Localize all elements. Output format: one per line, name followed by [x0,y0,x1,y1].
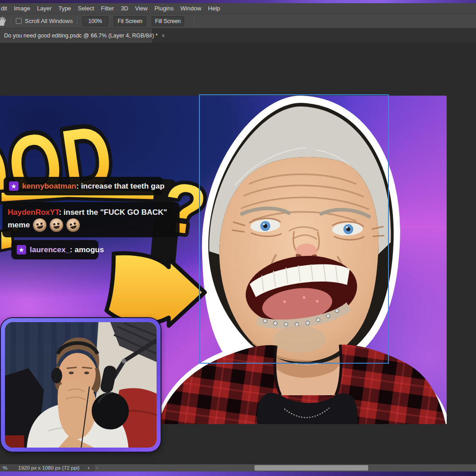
chat-text: meme [8,221,30,230]
document-tab[interactable]: Do you need good editing.psdc @ 66.7% (L… [0,28,153,43]
facecam-video [5,322,157,448]
bald-mustache-man-emote [49,217,64,232]
stream-bottom-border [0,471,476,476]
photoshop-window: dit Image Layer Type Select Filter 3D Vi… [0,0,476,476]
tool-options-bar: Scroll All Windows 100% Fit Screen Fill … [0,14,476,28]
checkbox-label: Scroll All Windows [25,18,73,24]
chat-message-2: HaydenRoxYT: insert the "FUCK GO BACK" m… [2,202,180,237]
scrollbar-thumb[interactable] [254,465,368,471]
arrow-graphic [106,253,205,326]
bald-mustache-man-emote [65,217,81,233]
menu-type[interactable]: Type [58,5,71,12]
chat-colon: : [70,245,73,254]
menu-layer[interactable]: Layer [37,5,52,12]
divider [77,16,78,26]
divider [11,16,11,26]
chat-username: kennyboatman [22,182,76,190]
chat-colon: : [76,182,79,190]
tab-close-icon[interactable]: × [162,32,165,39]
stream-top-border [0,0,476,3]
menu-view[interactable]: View [135,5,148,12]
menu-3d[interactable]: 3D [121,5,129,12]
menu-edit[interactable]: dit [1,5,7,12]
document-tab-bar: Do you need good editing.psdc @ 66.7% (L… [0,28,476,43]
checkbox-box[interactable] [16,18,22,24]
menu-filter[interactable]: Filter [101,5,114,12]
horizontal-scrollbar[interactable]: ‹ [94,464,476,471]
chat-username: laurencex_ [30,245,70,254]
menu-bar: dit Image Layer Type Select Filter 3D Vi… [0,3,476,14]
layer-bounds-box[interactable] [199,94,389,364]
menu-select[interactable]: Select [78,5,94,12]
status-bar: % 1920 px x 1080 px (72 ppi) › ‹ [0,464,476,471]
menu-image[interactable]: Image [14,5,30,12]
bald-mustache-man-emote [32,217,48,233]
chat-text: insert the "FUCK GO BACK" [64,208,167,217]
scrollbar-left-arrow[interactable]: ‹ [96,465,98,471]
chat-message-1: ★ kennyboatman: increase that teeth gap [4,177,163,195]
status-expand-chevron[interactable]: › [88,465,89,471]
menu-help[interactable]: Help [208,5,220,12]
zoom-percent-field[interactable]: % [3,465,7,471]
divider [194,16,194,26]
chat-text: amogus [74,245,104,254]
facecam-overlay [1,318,161,452]
zoom-100-button[interactable]: 100% [82,16,108,26]
chat-colon: : [59,208,61,217]
fill-screen-button[interactable]: Fill Screen [152,16,184,26]
document-tab-title: Do you need good editing.psdc @ 66.7% (L… [4,32,158,39]
hand-tool-icon [0,16,6,26]
star-badge-icon: ★ [9,181,18,191]
fit-screen-button[interactable]: Fit Screen [114,16,146,26]
chat-username: HaydenRoxYT [8,208,59,217]
chat-message-3: ★ laurencex_: amogus [11,240,98,259]
scroll-all-windows-checkbox[interactable]: Scroll All Windows [16,18,73,24]
menu-window[interactable]: Window [180,5,201,12]
star-badge-icon: ★ [17,245,26,254]
document-info: 1920 px x 1080 px (72 ppi) [18,465,79,471]
chat-text: increase that teeth gap [81,182,164,190]
workspace-pasteboard[interactable]: OOD ? [0,43,476,464]
menu-plugins[interactable]: Plugins [154,5,174,12]
